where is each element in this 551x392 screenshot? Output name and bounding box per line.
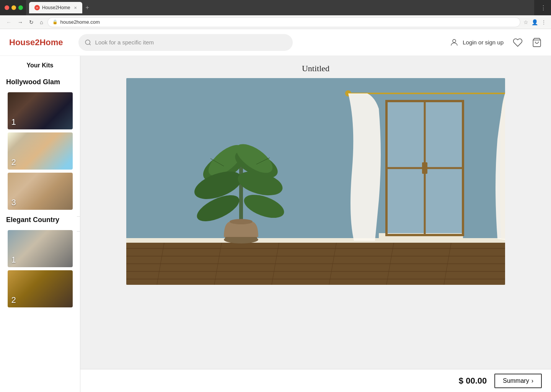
- logo[interactable]: House2Home: [9, 38, 63, 47]
- home-button[interactable]: ⌂: [38, 18, 44, 26]
- minimize-window-button[interactable]: [11, 5, 16, 10]
- content-area: Untitled: [80, 56, 551, 392]
- reload-button[interactable]: ↻: [28, 18, 35, 26]
- room-scene-svg: [126, 78, 505, 285]
- sidebar-collapse-button[interactable]: ‹: [77, 216, 80, 232]
- svg-point-0: [85, 40, 90, 44]
- address-bar-actions: ☆ 👤 ⋮: [523, 19, 546, 25]
- sidebar: Your Kits Hollywood Glam 1 2 3 Elegant C…: [0, 56, 80, 392]
- room-image: [126, 78, 505, 285]
- svg-rect-5: [126, 241, 505, 285]
- svg-point-38: [230, 219, 253, 224]
- user-icon: [450, 38, 459, 47]
- svg-point-2: [453, 39, 456, 42]
- room-title: Untitled: [80, 56, 551, 78]
- kit-item-hg-1[interactable]: 1: [8, 92, 73, 129]
- tab-label: House2Home: [42, 5, 70, 10]
- kit-item-ec-1[interactable]: 1: [8, 230, 73, 267]
- cart-icon[interactable]: [532, 38, 542, 47]
- bookmark-icon[interactable]: ☆: [523, 19, 528, 25]
- fullscreen-window-button[interactable]: [18, 5, 23, 10]
- kit-group-elegant-country: Elegant Country: [0, 213, 80, 227]
- bottom-bar: $ 00.00 Summary ›: [80, 369, 551, 392]
- profile-icon[interactable]: 👤: [531, 19, 538, 25]
- wishlist-icon[interactable]: [513, 38, 523, 47]
- search-bar[interactable]: Look for a specific item: [78, 34, 293, 51]
- summary-label: Summary: [503, 377, 529, 384]
- kit-number: 2: [11, 157, 16, 167]
- kit-group-hollywood-glam: Hollywood Glam: [0, 75, 80, 89]
- traffic-lights: [5, 5, 23, 10]
- browser-more-options[interactable]: ⋮: [540, 4, 546, 11]
- room-image-container: [80, 78, 551, 369]
- kit-number: 3: [11, 198, 16, 207]
- address-bar: ← → ↻ ⌂ 🔒 house2home.com ☆ 👤 ⋮: [0, 15, 551, 29]
- svg-rect-22: [422, 162, 427, 174]
- tab-close-button[interactable]: ✕: [74, 6, 77, 10]
- new-tab-button[interactable]: +: [85, 4, 89, 11]
- browser-titlebar: H House2Home ✕ + ⋮: [0, 0, 551, 15]
- forward-button[interactable]: →: [16, 18, 24, 26]
- kit-item-hg-2[interactable]: 2: [8, 132, 73, 170]
- back-button[interactable]: ←: [5, 18, 13, 26]
- svg-line-1: [89, 44, 90, 45]
- kit-item-hg-3[interactable]: 3: [8, 173, 73, 210]
- header-actions: Login or sign up: [450, 38, 542, 47]
- main-layout: Your Kits Hollywood Glam 1 2 3 Elegant C…: [0, 56, 551, 392]
- extensions-icon[interactable]: ⋮: [541, 19, 546, 25]
- kit-number: 1: [11, 117, 16, 127]
- url-text: house2home.com: [60, 19, 99, 25]
- login-label[interactable]: Login or sign up: [463, 39, 504, 46]
- security-lock-icon: 🔒: [52, 20, 58, 24]
- login-section[interactable]: Login or sign up: [450, 38, 504, 47]
- browser-tab-active[interactable]: H House2Home ✕: [29, 2, 82, 13]
- url-field[interactable]: 🔒 house2home.com: [47, 17, 520, 27]
- summary-button[interactable]: Summary ›: [494, 374, 542, 388]
- search-icon: [85, 39, 91, 46]
- total-price: $ 00.00: [459, 376, 487, 386]
- kit-item-ec-2[interactable]: 2: [8, 270, 73, 307]
- tab-favicon: H: [34, 5, 40, 10]
- svg-rect-39: [225, 237, 257, 240]
- app-header: House2Home Look for a specific item Logi…: [0, 29, 551, 56]
- summary-chevron-icon: ›: [531, 377, 533, 384]
- close-window-button[interactable]: [5, 5, 9, 10]
- kit-number: 2: [11, 295, 16, 305]
- kit-number: 1: [11, 255, 16, 265]
- search-input[interactable]: Look for a specific item: [95, 39, 287, 46]
- sidebar-title: Your Kits: [0, 62, 80, 69]
